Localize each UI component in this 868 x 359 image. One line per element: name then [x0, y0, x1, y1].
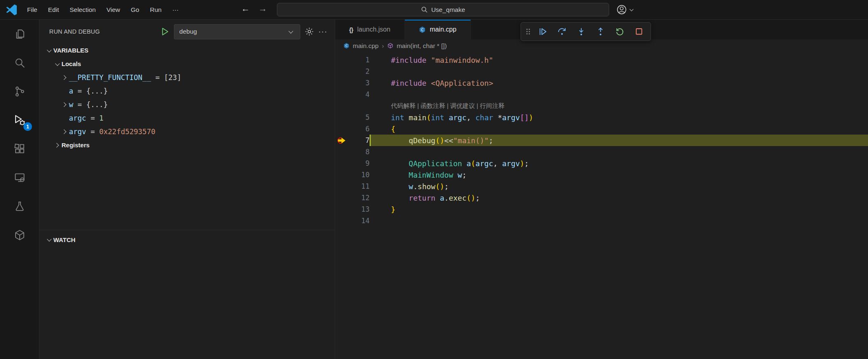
account-button[interactable] — [616, 4, 635, 15]
code-line-7[interactable]: 7 qDebug()<<"main()"; — [335, 135, 868, 146]
menu-more-button[interactable]: ··· — [167, 4, 184, 16]
code-text[interactable]: qDebug()<<"main()"; — [370, 135, 868, 146]
menu-file[interactable]: File — [22, 4, 43, 16]
line-number[interactable]: 2 — [353, 67, 370, 75]
sidebar-item-source-control[interactable] — [0, 77, 39, 106]
gutter[interactable] — [335, 54, 353, 66]
code-line-3[interactable]: 3#include <QApplication> — [335, 77, 868, 89]
tab-launch-json[interactable]: {} launch.json — [335, 20, 405, 39]
gutter[interactable] — [335, 204, 353, 215]
code-line-11[interactable]: 11 w.show(); — [335, 181, 868, 192]
code-line-14[interactable]: 14 — [335, 215, 868, 226]
gutter[interactable] — [335, 100, 353, 112]
step-into-button[interactable] — [572, 24, 590, 39]
code-line-9[interactable]: 9 QApplication a(argc, argv); — [335, 158, 868, 169]
sidebar-item-search[interactable] — [0, 48, 39, 77]
line-number[interactable]: 10 — [353, 171, 370, 179]
search-box[interactable]: Use_qmake — [277, 3, 609, 16]
line-number[interactable]: 4 — [353, 90, 370, 98]
gutter[interactable] — [335, 215, 353, 226]
line-number[interactable]: 12 — [353, 194, 370, 202]
line-number[interactable]: 5 — [353, 113, 370, 121]
current-line-breakpoint-icon[interactable] — [335, 135, 353, 146]
step-out-button[interactable] — [592, 24, 610, 39]
restart-button[interactable] — [611, 24, 629, 39]
settings-gear-icon[interactable] — [304, 27, 314, 37]
line-number[interactable]: 3 — [353, 79, 370, 87]
gutter[interactable] — [335, 181, 353, 192]
menu-run[interactable]: Run — [144, 4, 167, 16]
menu-selection[interactable]: Selection — [64, 4, 101, 16]
code-line-6[interactable]: 6{ — [335, 123, 868, 135]
code-line-8[interactable]: 8 — [335, 146, 868, 158]
sidebar-item-testing[interactable] — [0, 192, 39, 221]
code-text[interactable]: QApplication a(argc, argv); — [370, 158, 868, 169]
code-text[interactable]: } — [370, 204, 868, 215]
sidebar-item-hexagon-extension[interactable] — [0, 221, 39, 249]
back-button[interactable]: ← — [241, 4, 250, 14]
code-text[interactable]: int main(int argc, char *argv[]) — [370, 112, 868, 123]
drag-handle[interactable] — [523, 24, 532, 39]
codelens-annotation-row[interactable]: 代码解释 | 函数注释 | 调优建议 | 行间注释 — [335, 100, 868, 112]
start-debugging-button[interactable] — [160, 27, 170, 37]
breadcrumb-file[interactable]: main.cpp — [353, 42, 379, 50]
menu-go[interactable]: Go — [126, 4, 145, 16]
menu-edit[interactable]: Edit — [43, 4, 64, 16]
line-number[interactable]: 7 — [353, 136, 370, 144]
variable-row-a[interactable]: a = {...} — [39, 84, 335, 98]
variables-section-header[interactable]: VARIABLES — [39, 43, 335, 57]
forward-button[interactable]: → — [258, 4, 267, 14]
gutter[interactable] — [335, 169, 353, 181]
code-line-13[interactable]: 13} — [335, 204, 868, 215]
gutter[interactable] — [335, 77, 353, 89]
tab-main-cpp[interactable]: C main.cpp — [405, 20, 471, 39]
gutter[interactable] — [335, 158, 353, 169]
sidebar-item-explorer[interactable] — [0, 20, 39, 48]
line-number[interactable]: 14 — [353, 217, 370, 225]
gutter[interactable] — [335, 192, 353, 204]
views-more-button[interactable]: ··· — [318, 30, 327, 34]
variable-row-__PRETTY_FUNCTION__[interactable]: __PRETTY_FUNCTION__ = [23] — [39, 71, 335, 84]
sidebar-item-extensions[interactable] — [0, 135, 39, 163]
line-number[interactable]: 9 — [353, 159, 370, 167]
line-number[interactable]: 11 — [353, 182, 370, 190]
code-line-12[interactable]: 12 return a.exec(); — [335, 192, 868, 204]
gutter[interactable] — [335, 146, 353, 158]
continue-button[interactable] — [534, 24, 552, 39]
registers-scope-row[interactable]: Registers — [39, 138, 335, 152]
variable-row-argc[interactable]: argc = 1 — [39, 111, 335, 125]
line-number[interactable]: 6 — [353, 125, 370, 133]
code-line-10[interactable]: 10 MainWindow w; — [335, 169, 868, 181]
breadcrumb-symbol[interactable]: main(int, char * []) — [397, 42, 447, 50]
gutter[interactable] — [335, 89, 353, 100]
code-line-1[interactable]: 1#include "mainwindow.h" — [335, 54, 868, 66]
variable-row-argv[interactable]: argv = 0x22fd5293570 — [39, 125, 335, 138]
gutter[interactable] — [335, 66, 353, 77]
line-number[interactable]: 13 — [353, 205, 370, 213]
code-line-2[interactable]: 2 — [335, 66, 868, 77]
gutter[interactable] — [335, 123, 353, 135]
code-area[interactable]: 1#include "mainwindow.h"23#include <QApp… — [335, 52, 868, 359]
locals-scope-row[interactable]: Locals — [39, 57, 335, 71]
gutter[interactable] — [335, 112, 353, 123]
code-text[interactable] — [370, 215, 868, 226]
step-over-button[interactable] — [553, 24, 571, 39]
line-number[interactable]: 8 — [353, 148, 370, 156]
sidebar-item-remote-explorer[interactable] — [0, 163, 39, 192]
code-text[interactable]: 代码解释 | 函数注释 | 调优建议 | 行间注释 — [370, 100, 868, 112]
code-text[interactable]: w.show(); — [370, 181, 868, 192]
stop-button[interactable] — [630, 24, 648, 39]
watch-section-header[interactable]: WATCH — [39, 230, 335, 249]
code-text[interactable]: MainWindow w; — [370, 169, 868, 181]
variable-row-w[interactable]: w = {...} — [39, 98, 335, 111]
code-text[interactable]: #include "mainwindow.h" — [370, 54, 868, 66]
code-text[interactable] — [370, 89, 868, 100]
sidebar-item-run-and-debug[interactable]: 1 — [0, 106, 39, 135]
debug-config-dropdown[interactable]: debug — [174, 24, 300, 39]
code-line-4[interactable]: 4 — [335, 89, 868, 100]
code-text[interactable]: return a.exec(); — [370, 192, 868, 204]
code-line-5[interactable]: 5int main(int argc, char *argv[]) — [335, 112, 868, 123]
line-number[interactable]: 1 — [353, 56, 370, 64]
code-text[interactable] — [370, 146, 868, 158]
code-text[interactable]: { — [370, 123, 868, 135]
